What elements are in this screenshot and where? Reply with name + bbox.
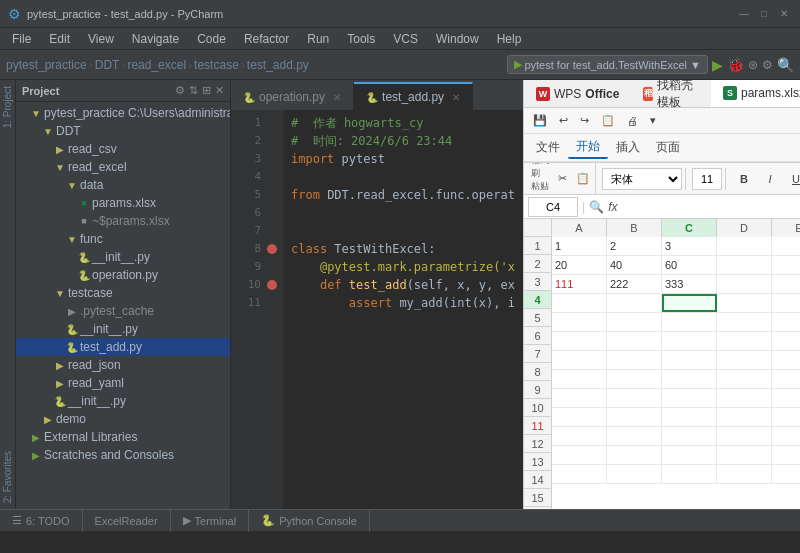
cell-d4[interactable] — [717, 294, 772, 312]
cell-d3[interactable] — [717, 275, 772, 293]
col-header-b[interactable]: B — [607, 219, 662, 237]
breadcrumb-file[interactable]: test_add.py — [247, 58, 309, 72]
col-header-c[interactable]: C — [662, 219, 717, 237]
tree-item-demo[interactable]: ▶ demo — [16, 410, 230, 428]
wps-save-btn[interactable]: 💾 — [528, 112, 552, 129]
row-header-16[interactable]: 16 — [524, 507, 552, 509]
tree-item-init-func[interactable]: 🐍 __init__.py — [16, 248, 230, 266]
row-header-7[interactable]: 7 — [524, 345, 552, 363]
row-header-12[interactable]: 12 — [524, 435, 552, 453]
tree-item-operation[interactable]: 🐍 operation.py — [16, 266, 230, 284]
menu-window[interactable]: Window — [428, 30, 487, 48]
wps-tab-insert[interactable]: 插入 — [608, 137, 648, 158]
font-size-input[interactable] — [692, 168, 722, 190]
col-header-d[interactable]: D — [717, 219, 772, 237]
row-header-6[interactable]: 6 — [524, 327, 552, 345]
col-header-e[interactable]: E — [772, 219, 800, 237]
menu-file[interactable]: File — [4, 30, 39, 48]
panel-icon-gear[interactable]: ⚙ — [175, 84, 185, 97]
tab-operation[interactable]: 🐍 operation.py ✕ — [231, 82, 354, 110]
fx-icon[interactable]: fx — [608, 200, 617, 214]
wps-print-btn[interactable]: 🖨 — [622, 113, 643, 129]
row-header-13[interactable]: 13 — [524, 453, 552, 471]
cell-b3[interactable]: 222 — [607, 275, 662, 293]
breadcrumb-read-excel[interactable]: read_excel — [127, 58, 186, 72]
bottom-tab-terminal[interactable]: ▶ Terminal — [171, 510, 250, 532]
coverage-button[interactable]: ⊛ — [748, 58, 758, 72]
wps-redo-btn[interactable]: ↪ — [575, 112, 594, 129]
tab-test-add-close[interactable]: ✕ — [452, 92, 460, 103]
breadcrumb-project[interactable]: pytest_practice — [6, 58, 87, 72]
wps-tab-page[interactable]: 页面 — [648, 137, 688, 158]
scissors-btn[interactable]: ✂ — [554, 167, 572, 191]
cell-a2[interactable]: 20 — [552, 256, 607, 274]
menu-help[interactable]: Help — [489, 30, 530, 48]
tree-item-params-xlsx[interactable]: ■ params.xlsx — [16, 194, 230, 212]
tree-root[interactable]: ▼ pytest_practice C:\Users\administra... — [16, 104, 230, 122]
tree-item-scratches[interactable]: ▶ Scratches and Consoles — [16, 446, 230, 464]
cell-e5[interactable] — [772, 313, 800, 331]
bottom-tab-todo[interactable]: ☰ 6: TODO — [0, 510, 83, 532]
menu-vcs[interactable]: VCS — [385, 30, 426, 48]
bottom-tab-python-console[interactable]: 🐍 Python Console — [249, 510, 370, 532]
cell-d1[interactable] — [717, 237, 772, 255]
cell-e2[interactable] — [772, 256, 800, 274]
wps-copy-btn[interactable]: 📋 — [596, 112, 620, 129]
tab-test-add[interactable]: 🐍 test_add.py ✕ — [354, 82, 473, 110]
run-button[interactable]: ▶ — [712, 57, 723, 73]
tree-item-read-json[interactable]: ▶ read_json — [16, 356, 230, 374]
menu-navigate[interactable]: Navigate — [124, 30, 187, 48]
tree-item-read-yaml[interactable]: ▶ read_yaml — [16, 374, 230, 392]
bold-btn[interactable]: B — [732, 167, 756, 191]
tree-item-func[interactable]: ▼ func — [16, 230, 230, 248]
cell-e1[interactable] — [772, 237, 800, 255]
italic-btn[interactable]: I — [758, 167, 782, 191]
row-header-9[interactable]: 9 — [524, 381, 552, 399]
code-editor[interactable]: # 作者 hogwarts_cy # 时间: 2024/6/6 23:44 im… — [283, 110, 523, 509]
paste-format-btn[interactable]: 📋 — [574, 167, 592, 191]
row-header-10[interactable]: 10 — [524, 399, 552, 417]
row-header-5[interactable]: 5 — [524, 309, 552, 327]
cell-c5[interactable] — [662, 313, 717, 331]
row-header-8[interactable]: 8 — [524, 363, 552, 381]
template-tab[interactable]: 稻 找稻壳模板 — [631, 80, 711, 107]
menu-view[interactable]: View — [80, 30, 122, 48]
menu-refactor[interactable]: Refactor — [236, 30, 297, 48]
tree-item-test-add[interactable]: 🐍 test_add.py — [16, 338, 230, 356]
cell-e3[interactable] — [772, 275, 800, 293]
breadcrumb-testcase[interactable]: testcase — [194, 58, 239, 72]
params-xlsx-tab[interactable]: S params.xlsx ✕ — [711, 80, 800, 107]
breadcrumb-ddt[interactable]: DDT — [95, 58, 120, 72]
underline-btn[interactable]: U — [784, 167, 800, 191]
row-header-3[interactable]: 3 — [524, 273, 552, 291]
minimize-btn[interactable]: — — [736, 6, 752, 22]
wps-undo-btn[interactable]: ↩ — [554, 112, 573, 129]
cell-d5[interactable] — [717, 313, 772, 331]
tree-item-pytest-cache[interactable]: ▶ .pytest_cache — [16, 302, 230, 320]
cell-ref-input[interactable] — [528, 197, 578, 217]
row-header-4[interactable]: 4 — [524, 291, 552, 309]
row-header-2[interactable]: 2 — [524, 255, 552, 273]
format-style-btn[interactable]: 格式刷 粘贴▾ — [531, 163, 552, 195]
tree-item-init-testcase[interactable]: 🐍 __init__.py — [16, 320, 230, 338]
row-header-11[interactable]: 11 — [524, 417, 552, 435]
maximize-btn[interactable]: □ — [756, 6, 772, 22]
cell-c1[interactable]: 3 — [662, 237, 717, 255]
row-header-1[interactable]: 1 — [524, 237, 552, 255]
wps-tab-file[interactable]: 文件 — [528, 137, 568, 158]
cell-a4[interactable] — [552, 294, 607, 312]
cell-a1[interactable]: 1 — [552, 237, 607, 255]
tree-item-ddt[interactable]: ▼ DDT — [16, 122, 230, 140]
cell-e4[interactable] — [772, 294, 800, 312]
cell-b5[interactable] — [607, 313, 662, 331]
menu-edit[interactable]: Edit — [41, 30, 78, 48]
menu-tools[interactable]: Tools — [339, 30, 383, 48]
wps-office-tab[interactable]: W WPS Office — [524, 80, 631, 107]
tree-item-data[interactable]: ▼ data — [16, 176, 230, 194]
tree-item-read-csv[interactable]: ▶ read_csv — [16, 140, 230, 158]
favorites-sidebar-label[interactable]: 2: Favorites — [0, 445, 15, 509]
tree-item-testcase[interactable]: ▼ testcase — [16, 284, 230, 302]
settings-button[interactable]: ⚙ — [762, 58, 773, 72]
tree-item-init-ddt[interactable]: 🐍 __init__.py — [16, 392, 230, 410]
title-bar-controls[interactable]: — □ ✕ — [736, 6, 792, 22]
